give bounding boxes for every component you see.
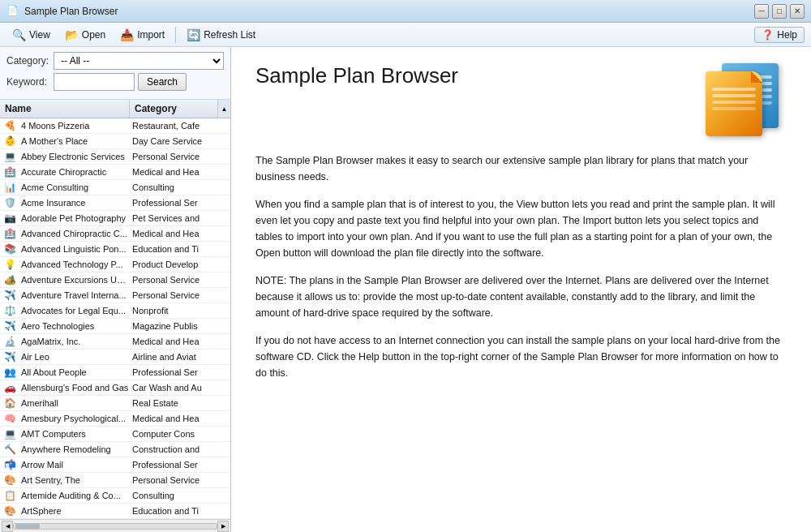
row-category: Education and Ti [131, 242, 230, 256]
row-icon: 🛡️ [3, 196, 16, 209]
row-name: Arrow Mail [19, 457, 131, 472]
table-row[interactable]: ⚖️ Advocates for Legal Equ... Nonprofit [0, 303, 230, 319]
keyword-label: Keyword: [6, 76, 54, 88]
table-row[interactable]: 🎨 Art Sentry, The Personal Service [0, 473, 230, 488]
table-row[interactable]: 🔬 AgaMatrix, Inc. Medical and Hea [0, 334, 230, 350]
row-name: Acme Insurance [19, 195, 131, 210]
close-button[interactable]: ✕ [790, 4, 805, 19]
row-icon: 🎨 [3, 474, 16, 487]
para2: NOTE: The plans in the Sample Plan Brows… [255, 272, 787, 321]
table-row[interactable]: 💻 Abbey Electronic Services Personal Ser… [0, 149, 230, 165]
table-row[interactable]: ✈️ Air Leo Airline and Aviat [0, 350, 230, 365]
panel-header: Sample Plan Browser [255, 63, 787, 136]
table-row[interactable]: 💻 AMT Computers Computer Cons [0, 427, 230, 442]
main-container: Category: -- All -- Restaurant, Cafe Day… [0, 47, 811, 532]
col-name-header: Name [0, 100, 130, 118]
col-category-header: Category [130, 100, 230, 118]
row-category: Professional Ser [131, 457, 230, 472]
row-icon: 🏕️ [3, 273, 16, 286]
maximize-button[interactable]: □ [772, 4, 787, 19]
table-row[interactable]: 🛡️ Acme Insurance Professional Ser [0, 195, 230, 211]
table-row[interactable]: 💡 Advanced Technology P... Product Devel… [0, 257, 230, 272]
row-name: Air Leo [19, 350, 131, 364]
row-category: Magazine Publis [131, 319, 230, 333]
para1: When you find a sample plan that is of i… [255, 196, 787, 261]
hscroll-thumb [15, 524, 40, 529]
scroll-up-btn[interactable]: ▲ [217, 100, 230, 118]
open-label: Open [82, 29, 105, 41]
row-icon: 👥 [3, 366, 16, 379]
row-name: Advanced Technology P... [19, 257, 131, 272]
refresh-label: Refresh List [204, 29, 255, 41]
help-label: Help [777, 29, 797, 41]
table-row[interactable]: 🚗 Allensburg's Food and Gas Car Wash and… [0, 380, 230, 396]
window-title: Sample Plan Browser [24, 6, 754, 17]
toolbar-divider [175, 27, 176, 43]
row-category: Computer Cons [131, 427, 230, 441]
row-category: Pet Services and [131, 211, 230, 225]
row-name: Allensburg's Food and Gas [19, 380, 131, 395]
minimize-button[interactable]: ─ [754, 4, 769, 19]
row-icon: 🧠 [3, 412, 16, 425]
row-category: Medical and Hea [131, 226, 230, 241]
refresh-button[interactable]: 🔄 Refresh List [181, 26, 261, 44]
table-row[interactable]: 📋 Artemide Auditing & Co... Consulting [0, 488, 230, 504]
horizontal-scrollbar[interactable]: ◀ ▶ [0, 519, 230, 532]
row-name: Amesbury Psychological... [19, 411, 131, 426]
table-row[interactable]: 📷 Adorable Pet Photography Pet Services … [0, 211, 230, 226]
row-category: Day Care Service [131, 134, 230, 148]
row-icon: 🔬 [3, 335, 16, 348]
panel-body: The Sample Plan Browser makes it easy to… [255, 152, 787, 381]
row-category: Restaurant, Cafe [131, 118, 230, 133]
toolbar: 🔍 View 📂 Open 📥 Import 🔄 Refresh List ❓ … [0, 23, 811, 47]
keyword-input[interactable] [54, 73, 135, 91]
row-name: Adventure Excursions Un... [19, 272, 131, 287]
table-row[interactable]: 👥 All About People Professional Ser [0, 365, 230, 380]
import-icon: 📥 [120, 28, 134, 41]
table-row[interactable]: 📊 Acme Consulting Consulting [0, 180, 230, 195]
table-row[interactable]: 👶 A Mother's Place Day Care Service [0, 134, 230, 149]
table-row[interactable]: 🔨 Anywhere Remodeling Construction and [0, 442, 230, 457]
row-name: Advocates for Legal Equ... [19, 303, 131, 318]
table-row[interactable]: 🍕 4 Moons Pizzeria Restaurant, Cafe [0, 118, 230, 134]
row-category: Professional Ser [131, 195, 230, 210]
row-category: Construction and [131, 442, 230, 457]
row-name: Advanced Chiropractic C... [19, 226, 131, 241]
view-button[interactable]: 🔍 View [6, 26, 56, 44]
open-button[interactable]: 📂 Open [59, 26, 111, 44]
category-select[interactable]: -- All -- Restaurant, Cafe Day Care Serv… [54, 52, 224, 70]
table-row[interactable]: ✈️ Adventure Travel Interna... Personal … [0, 288, 230, 303]
row-name: Abbey Electronic Services [19, 149, 131, 164]
list-body[interactable]: 🍕 4 Moons Pizzeria Restaurant, Cafe 👶 A … [0, 118, 230, 519]
open-icon: 📂 [65, 28, 79, 41]
row-category: Consulting [131, 180, 230, 195]
app-icon: 📄 [6, 5, 19, 18]
keyword-row: Keyword: Search [6, 73, 224, 91]
table-row[interactable]: 🏥 Advanced Chiropractic C... Medical and… [0, 226, 230, 242]
table-row[interactable]: 🎨 ArtSphere Education and Ti [0, 504, 230, 519]
table-row[interactable]: 🏥 Accurate Chiropractic Medical and Hea [0, 165, 230, 180]
row-category: Professional Ser [131, 365, 230, 380]
table-row[interactable]: 🧠 Amesbury Psychological... Medical and … [0, 411, 230, 427]
hscroll-left[interactable]: ◀ [2, 521, 13, 532]
category-label: Category: [6, 55, 54, 66]
search-button[interactable]: Search [138, 73, 187, 91]
table-row[interactable]: 🏠 Amerihall Real Estate [0, 396, 230, 411]
row-category: Education and Ti [131, 504, 230, 518]
table-row[interactable]: ✈️ Aero Technologies Magazine Publis [0, 319, 230, 334]
help-button[interactable]: ❓ Help [754, 27, 805, 43]
title-bar: 📄 Sample Plan Browser ─ □ ✕ [0, 0, 811, 23]
table-row[interactable]: 📬 Arrow Mail Professional Ser [0, 457, 230, 473]
row-icon: 🚗 [3, 381, 16, 394]
hscroll-right[interactable]: ▶ [217, 521, 229, 532]
row-icon: 💻 [3, 427, 16, 440]
panel-title: Sample Plan Browser [255, 63, 689, 88]
row-icon: 📊 [3, 181, 16, 194]
import-button[interactable]: 📥 Import [114, 26, 170, 44]
row-name: Adventure Travel Interna... [19, 288, 131, 302]
table-row[interactable]: 🏕️ Adventure Excursions Un... Personal S… [0, 272, 230, 288]
row-name: Advanced Linguistic Pon... [19, 242, 131, 256]
row-icon: 📚 [3, 242, 16, 255]
table-row[interactable]: 📚 Advanced Linguistic Pon... Education a… [0, 242, 230, 257]
row-icon: 👶 [3, 135, 16, 148]
